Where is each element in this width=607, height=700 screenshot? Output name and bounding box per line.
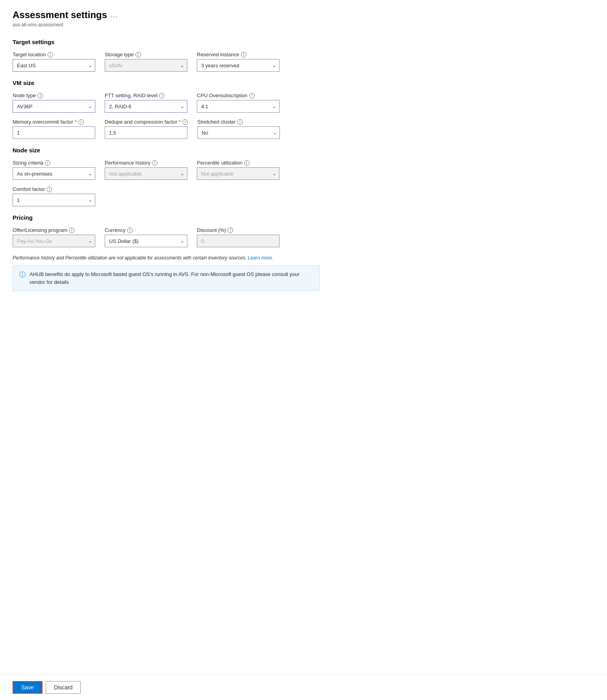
target-location-info-icon[interactable]: i bbox=[48, 52, 53, 57]
offer-licensing-select-wrapper: Pay-As-You-Go ⌄ bbox=[13, 235, 95, 247]
learn-more-link[interactable]: Learn more. bbox=[248, 255, 274, 261]
dedupe-compression-required: * bbox=[179, 119, 181, 125]
comfort-factor-select-wrapper: 1 1.2 1.5 2 ⌄ bbox=[13, 194, 95, 206]
memory-overcommit-input[interactable] bbox=[13, 126, 95, 139]
storage-type-group: Storage type i vSAN ⌄ bbox=[105, 52, 187, 72]
dedupe-compression-input[interactable] bbox=[105, 126, 187, 139]
memory-overcommit-required: * bbox=[75, 119, 77, 125]
stretched-cluster-select[interactable]: No Yes bbox=[197, 126, 280, 139]
page-title: Assessment settings bbox=[13, 9, 107, 20]
reserved-instance-label: Reserved instance i bbox=[197, 52, 279, 57]
performance-history-select: Not applicable bbox=[105, 167, 187, 180]
node-type-info-icon[interactable]: i bbox=[37, 93, 43, 98]
performance-history-group: Performance history i Not applicable ⌄ bbox=[105, 160, 187, 180]
memory-overcommit-label: Memory overcommit factor * i bbox=[13, 119, 95, 125]
vm-size-title: VM size bbox=[13, 80, 342, 86]
pricing-title: Pricing bbox=[13, 214, 342, 221]
percentile-utilization-info-icon[interactable]: i bbox=[244, 160, 250, 166]
vm-size-section: VM size Node type i AV36P AV36 AV52 ⌄ bbox=[13, 80, 342, 139]
percentile-utilization-label: Percentile utilization i bbox=[197, 160, 279, 166]
comfort-factor-label: Comfort factor i bbox=[13, 186, 95, 192]
sizing-criteria-select-wrapper: As on-premises Performance-based ⌄ bbox=[13, 167, 95, 180]
currency-select[interactable]: US Dollar ($) Euro (€) British Pound (£) bbox=[105, 235, 187, 247]
offer-licensing-chevron-icon: ⌄ bbox=[88, 238, 92, 244]
cpu-oversubscription-group: CPU Oversubscription i 2:1 4:1 6:1 8:1 ⌄ bbox=[197, 93, 279, 113]
storage-type-label: Storage type i bbox=[105, 52, 187, 57]
cpu-oversubscription-select-wrapper: 2:1 4:1 6:1 8:1 ⌄ bbox=[197, 100, 279, 113]
sizing-criteria-select[interactable]: As on-premises Performance-based bbox=[13, 167, 95, 180]
pricing-section: Pricing Offer/Licensing program i Pay-As… bbox=[13, 214, 342, 247]
node-size-section: Node size Sizing criteria i As on-premis… bbox=[13, 147, 342, 206]
discount-input bbox=[197, 235, 279, 247]
node-type-label: Node type i bbox=[13, 93, 95, 98]
target-location-select-wrapper: East US West US West Europe Southeast As… bbox=[13, 59, 95, 72]
percentile-utilization-group: Percentile utilization i Not applicable … bbox=[197, 160, 279, 180]
reserved-instance-select[interactable]: No reserved instances 1 year reserved 3 … bbox=[197, 59, 279, 72]
discard-button[interactable]: Discard bbox=[46, 681, 81, 694]
page-subtitle: avs-all-vms-assessment bbox=[13, 22, 342, 28]
performance-history-select-wrapper: Not applicable ⌄ bbox=[105, 167, 187, 180]
percentile-utilization-select: Not applicable bbox=[197, 167, 279, 180]
note-text: Performance history and Percentile utili… bbox=[13, 255, 342, 261]
reserved-instance-select-wrapper: No reserved instances 1 year reserved 3 … bbox=[197, 59, 279, 72]
dedupe-compression-label: Dedupe and compression factor * i bbox=[105, 119, 188, 125]
target-location-group: Target location i East US West US West E… bbox=[13, 52, 95, 72]
storage-type-chevron-icon: ⌄ bbox=[180, 63, 184, 68]
offer-licensing-select: Pay-As-You-Go bbox=[13, 235, 95, 247]
reserved-instance-info-icon[interactable]: i bbox=[241, 52, 246, 57]
performance-history-info-icon[interactable]: i bbox=[152, 160, 157, 166]
stretched-cluster-group: Stretched cluster i No Yes ⌄ bbox=[197, 119, 280, 139]
node-type-select[interactable]: AV36P AV36 AV52 bbox=[13, 100, 95, 113]
storage-type-select: vSAN bbox=[105, 59, 187, 72]
storage-type-select-wrapper: vSAN ⌄ bbox=[105, 59, 187, 72]
dedupe-compression-info-icon[interactable]: i bbox=[182, 119, 188, 125]
offer-licensing-label: Offer/Licensing program i bbox=[13, 227, 95, 233]
node-size-title: Node size bbox=[13, 147, 342, 154]
currency-label: Currency i bbox=[105, 227, 187, 233]
cpu-oversubscription-select[interactable]: 2:1 4:1 6:1 8:1 bbox=[197, 100, 279, 113]
currency-info-icon[interactable]: i bbox=[127, 228, 133, 233]
node-type-group: Node type i AV36P AV36 AV52 ⌄ bbox=[13, 93, 95, 113]
target-settings-section: Target settings Target location i East U… bbox=[13, 39, 342, 72]
offer-licensing-group: Offer/Licensing program i Pay-As-You-Go … bbox=[13, 227, 95, 247]
node-type-select-wrapper: AV36P AV36 AV52 ⌄ bbox=[13, 100, 95, 113]
percentile-utilization-chevron-icon: ⌄ bbox=[272, 171, 276, 176]
info-banner-text: AHUB benefits do apply to Microsoft base… bbox=[30, 270, 313, 286]
discount-label: Discount (%) i bbox=[197, 227, 279, 233]
memory-overcommit-info-icon[interactable]: i bbox=[78, 119, 84, 125]
comfort-factor-select[interactable]: 1 1.2 1.5 2 bbox=[13, 194, 95, 206]
ftt-setting-select[interactable]: 1, RAID-1 (Mirroring) 1, RAID-5 (Erasure… bbox=[105, 100, 187, 113]
cpu-oversubscription-info-icon[interactable]: i bbox=[249, 93, 255, 98]
memory-overcommit-group: Memory overcommit factor * i bbox=[13, 119, 95, 139]
ftt-setting-select-wrapper: 1, RAID-1 (Mirroring) 1, RAID-5 (Erasure… bbox=[105, 100, 187, 113]
comfort-factor-info-icon[interactable]: i bbox=[46, 187, 52, 192]
sizing-criteria-group: Sizing criteria i As on-premises Perform… bbox=[13, 160, 95, 180]
currency-group: Currency i US Dollar ($) Euro (€) Britis… bbox=[105, 227, 187, 247]
info-banner-icon: ⓘ bbox=[19, 271, 26, 279]
sizing-criteria-info-icon[interactable]: i bbox=[45, 160, 50, 166]
percentile-utilization-select-wrapper: Not applicable ⌄ bbox=[197, 167, 279, 180]
target-location-select[interactable]: East US West US West Europe Southeast As… bbox=[13, 59, 95, 72]
ftt-setting-info-icon[interactable]: i bbox=[159, 93, 165, 98]
comfort-factor-group: Comfort factor i 1 1.2 1.5 2 ⌄ bbox=[13, 186, 95, 206]
sizing-criteria-label: Sizing criteria i bbox=[13, 160, 95, 166]
performance-history-label: Performance history i bbox=[105, 160, 187, 166]
footer-bar: Save Discard bbox=[0, 674, 607, 700]
stretched-cluster-select-wrapper: No Yes ⌄ bbox=[197, 126, 280, 139]
more-options-icon[interactable]: ... bbox=[110, 11, 118, 19]
performance-history-chevron-icon: ⌄ bbox=[180, 171, 184, 176]
save-button[interactable]: Save bbox=[13, 681, 43, 694]
discount-info-icon[interactable]: i bbox=[228, 228, 233, 233]
stretched-cluster-info-icon[interactable]: i bbox=[237, 119, 243, 125]
target-location-label: Target location i bbox=[13, 52, 95, 57]
target-settings-title: Target settings bbox=[13, 39, 342, 45]
ftt-setting-group: FTT setting, RAID level i 1, RAID-1 (Mir… bbox=[105, 93, 187, 113]
storage-type-info-icon[interactable]: i bbox=[135, 52, 141, 57]
stretched-cluster-label: Stretched cluster i bbox=[197, 119, 280, 125]
offer-licensing-info-icon[interactable]: i bbox=[69, 228, 74, 233]
currency-select-wrapper: US Dollar ($) Euro (€) British Pound (£)… bbox=[105, 235, 187, 247]
dedupe-compression-group: Dedupe and compression factor * i bbox=[105, 119, 188, 139]
cpu-oversubscription-label: CPU Oversubscription i bbox=[197, 93, 279, 98]
discount-group: Discount (%) i bbox=[197, 227, 279, 247]
info-banner: ⓘ AHUB benefits do apply to Microsoft ba… bbox=[13, 265, 320, 291]
